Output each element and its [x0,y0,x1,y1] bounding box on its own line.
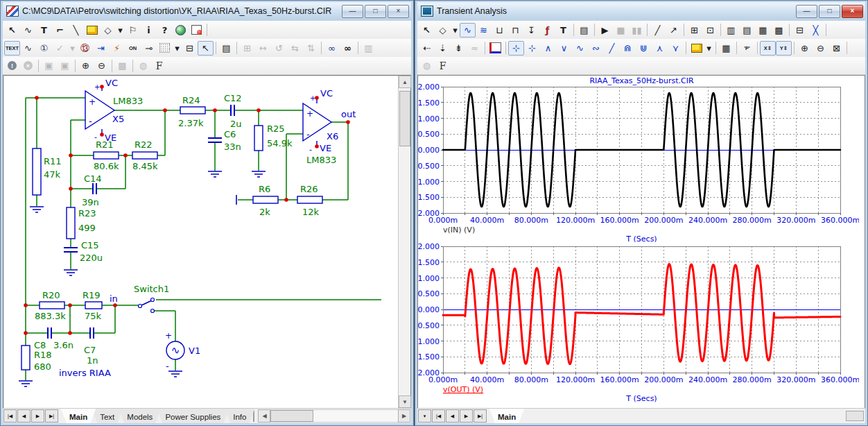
baseline-grids-icon[interactable]: ▩ [771,23,787,37]
tab-models[interactable]: Models [119,409,161,423]
round-valley-icon[interactable]: ⋓ [636,41,652,56]
select-region-icon[interactable]: ⊞ [686,23,702,37]
graph-select-icon[interactable]: ∿ [460,23,476,37]
prev-page-button[interactable]: ◀ [17,409,31,423]
branch-dropdown[interactable]: ▾ [704,41,713,56]
resistor-r26[interactable]: R26 12k [297,184,322,217]
polyline-tool[interactable]: ↗ [666,23,682,37]
next-trace-icon[interactable]: ≋ [476,23,492,37]
help-mode-icon[interactable]: ? [157,23,173,37]
tag-value-icon[interactable]: ↧ [523,23,539,37]
minimize-button[interactable]: — [796,5,817,18]
restore-button[interactable]: □ [819,5,840,18]
pin-leads-icon[interactable]: ⊸ [141,41,157,56]
resistor-r20[interactable]: R20 883.3k [35,290,66,321]
capacitor-c6[interactable]: C6 33n [208,129,241,152]
line-mode-icon[interactable]: ╲ [68,23,84,37]
plot-pane-icon[interactable]: ⊟ [792,23,808,37]
page-dropdown-button[interactable]: ▾ [418,409,431,423]
close-button[interactable]: × [842,5,863,18]
condition-display-icon[interactable]: ON [125,41,141,56]
cursor-left-icon[interactable]: ⇠ [419,41,435,56]
capacitor-c8[interactable]: C8 3.6n [34,327,73,350]
properties-icon[interactable]: ▤ [218,41,234,56]
last-page-button[interactable]: ▶| [45,409,58,423]
resistor-r22[interactable]: R22 8.45k [132,139,158,171]
split-window-icon[interactable]: ⊟ [182,41,198,56]
resistor-r23[interactable]: R23 499 [67,207,96,239]
info-mode-icon[interactable]: i [141,23,157,37]
hold-scale-icon[interactable]: ⊔ [492,23,507,37]
horizontal-grids-icon[interactable]: ▤ [739,23,755,37]
scroll-gripper[interactable] [846,411,864,421]
high-icon[interactable]: ∿ [572,41,588,56]
vertical-grids-icon[interactable]: ▥ [723,23,739,37]
resistor-r24[interactable]: R24 2.37k [178,95,205,128]
tab-text[interactable]: Text [92,409,123,423]
line-tool[interactable]: ╱ [650,23,666,37]
data-points-icon[interactable]: ⊡ [702,23,718,37]
shape-mode-icon[interactable]: ◇ [435,23,451,37]
minimize-button[interactable]: — [342,5,363,18]
shape-dropdown[interactable]: ▾ [116,23,125,37]
scroll-up-button[interactable]: ▲ [399,76,411,88]
plot-panel[interactable]: RIAA_Texas_50Hz-burst.CIR2.0001.5001.000… [417,75,865,409]
shape-mode-icon[interactable]: ◇ [100,23,116,37]
node-voltages-icon[interactable]: ⑬ [77,41,93,56]
schematic-titlebar[interactable]: C:\MC9\DATA\Petrov\switching distortion\… [3,2,411,20]
prev-page-button[interactable]: ◀ [446,409,459,423]
capacitor-c12[interactable]: C12 2u [224,93,242,129]
inflection-icon[interactable]: ╱ [604,41,620,56]
schematic-canvas[interactable]: + - + - VC VE LM833 X5 + - + - VC VE X6 [3,75,411,409]
close-button[interactable]: × [388,5,409,18]
round-peak-icon[interactable]: ⋒ [620,41,636,56]
flag-mode-icon[interactable]: ⚐ [125,23,141,37]
zoom-in-icon[interactable]: ⊕ [78,58,94,73]
cursor-right-icon[interactable]: ⇣ [435,41,451,56]
tab-power-supplies[interactable]: Power Supplies [157,409,229,423]
tab-main[interactable]: Main [489,409,524,423]
font-icon[interactable]: F [151,58,167,73]
capacitor-c15[interactable]: C15 220u [64,240,103,263]
step-trace-icon[interactable]: ⊓ [507,23,523,37]
power-display-icon[interactable]: ⚡ [109,41,125,56]
text-tool[interactable]: T [555,23,571,37]
y-scale-icon[interactable]: Y⇕ [776,41,792,56]
select-tool[interactable]: ↖ [4,23,20,37]
ortho-wire-icon[interactable]: ⌐ [52,23,68,37]
attribute-display-icon[interactable]: ∿ [20,41,36,56]
last-page-button[interactable]: ▶| [474,409,487,423]
next-point-icon[interactable]: ⊹ [508,41,524,56]
vertical-scrollbar[interactable]: ▲ ▼ [398,76,410,408]
tag-function-icon[interactable]: ƒ [539,23,555,37]
first-page-button[interactable]: |◀ [432,409,445,423]
capacitor-c14[interactable]: C14 39n [82,173,102,207]
shape-dropdown[interactable]: ▾ [451,23,460,37]
opamp-x6[interactable]: + - + - VC VE X6 LM833 [303,88,338,165]
find-wave-icon[interactable]: ∞ [324,41,340,56]
peak-icon[interactable]: ∧ [540,41,556,56]
global-high-icon[interactable]: ⋏ [652,41,668,56]
scroll-thumb[interactable] [270,410,313,422]
cursor-link-icon[interactable]: ⇟ [451,41,467,56]
first-page-button[interactable]: |◀ [3,409,17,423]
next-page-button[interactable]: ▶ [31,409,44,423]
transient-plot-1[interactable]: RIAA_Texas_50Hz-burst.CIR2.0001.5001.000… [418,76,859,242]
scroll-right-button[interactable]: ▶ [398,409,410,423]
zoom-out-icon[interactable]: ⊖ [813,41,828,56]
resistor-r11[interactable]: R11 47k [33,148,62,195]
performance-tag-icon[interactable]: 'P' [739,41,755,56]
region-enclosure-icon[interactable] [173,23,189,37]
cursor-mode-icon[interactable]: ↖ [198,41,214,56]
text-mode-icon[interactable]: T [36,23,52,37]
resistor-r6[interactable]: R6 2k [236,184,278,217]
current-display-icon[interactable]: ⇥ [93,41,109,56]
tab-info[interactable]: Info [225,409,254,423]
run-icon[interactable]: ▶ [597,23,613,37]
resistor-r21[interactable]: R21 80.6k [94,139,119,171]
minor-grids-icon[interactable]: ▦ [755,23,771,37]
slope-icon[interactable]: ╳ [808,23,824,37]
grid-dropdown[interactable]: ▾ [173,41,182,56]
next-mark-icon[interactable]: ⊹ [524,41,540,56]
schematic-drawing[interactable]: + - + - VC VE LM833 X5 + - + - VC VE X6 [3,76,392,407]
